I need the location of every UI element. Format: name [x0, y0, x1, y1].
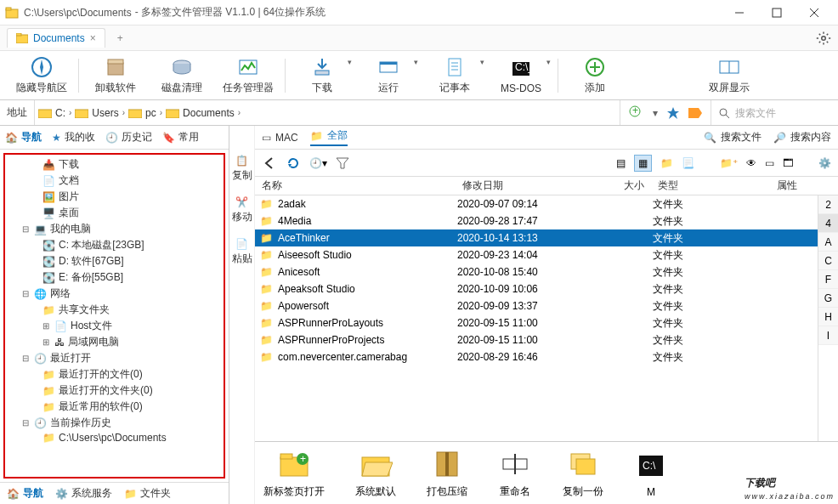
chevron-down-icon[interactable]: ▾ — [653, 107, 658, 119]
tree-drive-e[interactable]: 💽E: 备份[55GB] — [5, 269, 224, 286]
filter-button[interactable] — [336, 156, 349, 170]
table-row[interactable]: 📁ASPRunnerProProjects2020-09-15 11:00文件夹 — [255, 331, 818, 348]
table-row[interactable]: 📁com.nevercenter.camerabag2020-08-29 16:… — [255, 348, 818, 365]
crumb-c[interactable]: C: — [55, 107, 65, 119]
table-row[interactable]: 📁Aiseesoft Studio2020-09-23 14:04文件夹 — [255, 246, 818, 263]
table-row[interactable]: 📁4Media2020-09-28 17:47文件夹 — [255, 212, 818, 229]
crumb-users[interactable]: Users — [92, 107, 118, 119]
tag-icon[interactable] — [688, 108, 702, 118]
view-folders-button[interactable]: 📁 — [660, 157, 673, 169]
toolbar-gear-icon[interactable]: ⚙️ — [818, 157, 831, 169]
tree-recent-files[interactable]: 📁最近打开的文件(0) — [5, 366, 224, 382]
action-compress[interactable]: 打包压缩 — [427, 447, 467, 499]
tree-hosts[interactable]: ⊞📄Host文件 — [5, 318, 224, 334]
side-paste-button[interactable]: 📄粘贴 — [232, 238, 252, 266]
action-more[interactable]: C:\M — [634, 449, 668, 498]
tree-network[interactable]: ⊟🌐网络 — [5, 286, 224, 302]
minimize-button[interactable] — [721, 0, 758, 25]
col-attr[interactable]: 属性 — [770, 178, 838, 193]
table-row[interactable]: 📁2adak2020-09-07 09:14文件夹 — [255, 195, 818, 212]
uninstall-button[interactable]: 卸载软件 — [82, 51, 149, 99]
breadcrumb[interactable]: C:› Users› pc› Documents› — [34, 100, 620, 125]
table-row[interactable]: 📁AceThinker2020-10-14 13:13文件夹 — [255, 229, 818, 246]
tree-drive-d[interactable]: 💽D: 软件[67GB] — [5, 253, 224, 269]
letter-I[interactable]: I — [818, 326, 838, 345]
col-size[interactable]: 大小 — [617, 178, 651, 193]
crumb-pc[interactable]: pc — [145, 107, 156, 119]
search-box[interactable] — [711, 100, 838, 125]
table-row[interactable]: 📁Apowersoft2020-09-09 13:37文件夹 — [255, 297, 818, 314]
letter-H[interactable]: H — [818, 308, 838, 326]
msdos-button[interactable]: C:\_ MS-DOS ▾ — [488, 51, 554, 99]
col-type[interactable]: 类型 — [651, 178, 770, 193]
notepad-button[interactable]: 记事本 ▾ — [422, 51, 488, 99]
tree-recent-folders[interactable]: 📁最近打开的文件夹(0) — [5, 382, 224, 399]
collapse-icon[interactable]: ⊟ — [22, 418, 31, 428]
tree-mypc[interactable]: ⊟💻我的电脑 — [5, 221, 224, 237]
add-tab-button[interactable]: + — [117, 32, 123, 44]
expand-icon[interactable]: ⊞ — [42, 321, 51, 331]
left-tab-nav[interactable]: 🏠导航 — [5, 130, 42, 144]
right-search-content[interactable]: 🔎搜索内容 — [773, 130, 831, 144]
bottom-tab-folder[interactable]: 📁文件夹 — [124, 486, 171, 501]
tree-ophist[interactable]: ⊟🕘当前操作历史 — [5, 415, 224, 431]
view-icons-button[interactable]: ▦ — [634, 155, 652, 172]
tree-downloads[interactable]: 📥下载 — [5, 156, 224, 173]
letter-F[interactable]: F — [818, 270, 838, 289]
tree-recent-apps[interactable]: 📁最近常用的软件(0) — [5, 399, 224, 415]
window-button[interactable]: 🗔 — [783, 157, 793, 169]
letter-C[interactable]: C — [818, 252, 838, 270]
letter-2[interactable]: 2 — [818, 195, 838, 214]
left-tab-favorites[interactable]: ★我的收 — [52, 130, 95, 144]
task-manager-button[interactable]: 任务管理器 — [215, 51, 281, 99]
tab-close-icon[interactable]: × — [90, 32, 96, 44]
collapse-icon[interactable]: ⊟ — [22, 354, 31, 363]
table-row[interactable]: 📁ASPRunnerProLayouts2020-09-15 11:00文件夹 — [255, 314, 818, 331]
tree-recent[interactable]: ⊟🕘最近打开 — [5, 350, 224, 366]
settings-gear-icon[interactable] — [816, 31, 831, 46]
col-name[interactable]: 名称 — [255, 178, 456, 193]
left-tab-common[interactable]: 🔖常用 — [162, 130, 199, 144]
disk-clean-button[interactable]: 磁盘清理 — [149, 51, 215, 99]
new-item-icon[interactable]: + — [629, 105, 644, 121]
action-sysdefault[interactable]: 系统默认 — [355, 447, 396, 499]
tab-documents[interactable]: Documents × — [7, 28, 105, 48]
close-button[interactable] — [796, 0, 833, 25]
tree-desktop[interactable]: 🖥️桌面 — [5, 205, 224, 221]
col-date[interactable]: 修改日期 — [456, 178, 617, 193]
view-details-button[interactable]: 📃 — [682, 157, 694, 169]
new-folder-button[interactable]: 📁⁺ — [720, 157, 738, 169]
search-input[interactable] — [735, 107, 820, 119]
bottom-tab-services[interactable]: ⚙️系统服务 — [55, 486, 112, 501]
view-list-button[interactable]: ▤ — [616, 157, 626, 169]
side-move-button[interactable]: ✂️移动 — [232, 196, 252, 224]
right-tab-mac[interactable]: ▭MAC — [262, 132, 298, 144]
history-dropdown-button[interactable]: 🕘▾ — [309, 157, 327, 169]
table-row[interactable]: 📁Apeaksoft Studio2020-10-09 10:06文件夹 — [255, 280, 818, 297]
layout-button[interactable]: ▭ — [765, 157, 774, 169]
tree-ophist-path[interactable]: 📁C:\Users\pc\Documents — [5, 431, 224, 445]
add-button[interactable]: 添加 — [562, 51, 628, 99]
run-button[interactable]: 运行 ▾ — [355, 51, 422, 99]
hide-nav-button[interactable]: 隐藏导航区 — [8, 51, 75, 99]
right-tab-all[interactable]: 📁全部 — [310, 128, 348, 146]
tree-documents[interactable]: 📄文档 — [5, 173, 224, 189]
download-button[interactable]: 下载 ▾ — [289, 51, 355, 99]
refresh-button[interactable] — [286, 156, 301, 171]
tree-lan[interactable]: ⊞🖧局域网电脑 — [5, 334, 224, 350]
maximize-button[interactable] — [758, 0, 796, 25]
crumb-docs[interactable]: Documents — [183, 107, 235, 119]
bottom-tab-nav[interactable]: 🏠导航 — [7, 486, 43, 501]
letter-4[interactable]: 4 — [818, 214, 838, 233]
tree-pictures[interactable]: 🖼️图片 — [5, 189, 224, 205]
left-tab-history[interactable]: 🕘历史记 — [105, 130, 152, 144]
collapse-icon[interactable]: ⊟ — [22, 289, 31, 298]
favorite-star-icon[interactable] — [666, 106, 680, 120]
right-search-file[interactable]: 🔍搜索文件 — [704, 130, 762, 144]
tree-share[interactable]: 📁共享文件夹 — [5, 302, 224, 318]
letter-G[interactable]: G — [818, 289, 838, 308]
collapse-icon[interactable]: ⊟ — [22, 224, 31, 234]
action-newtab[interactable]: +新标签页打开 — [263, 447, 325, 499]
tree-drive-c[interactable]: 💽C: 本地磁盘[23GB] — [5, 237, 224, 253]
side-copy-button[interactable]: 📋复制 — [232, 155, 252, 183]
